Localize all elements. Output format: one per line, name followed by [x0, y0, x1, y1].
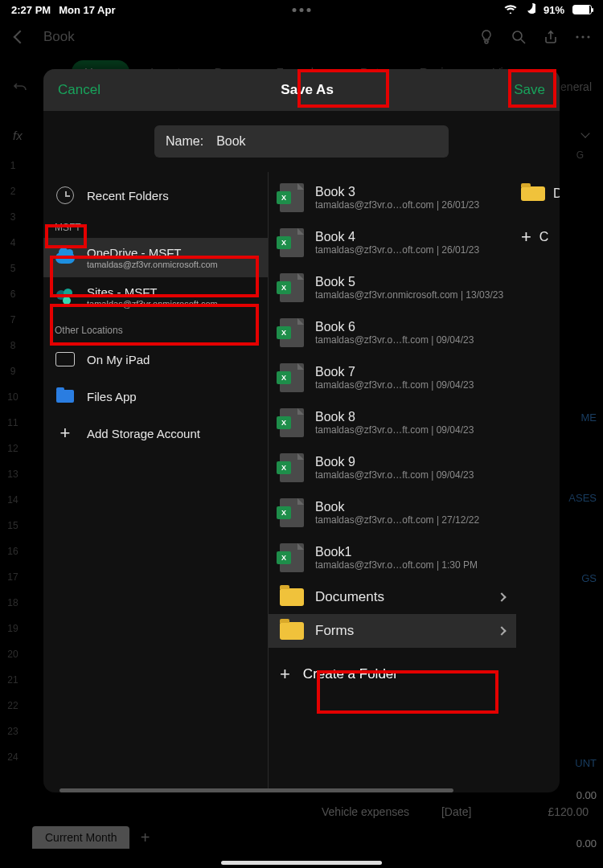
- excel-file-icon: X: [280, 363, 304, 392]
- sites-sub: tamaldas@zf3vr.onmicrosoft.com: [87, 299, 218, 309]
- sidebar-sites[interactable]: Sites - MSFT tamaldas@zf3vr.onmicrosoft.…: [43, 277, 268, 317]
- bg-bottom-row: Vehicle expenses [Date] £120.00: [322, 805, 589, 818]
- other-section-label: Other Locations: [43, 317, 268, 341]
- modal-header: Cancel Save As Save: [43, 69, 560, 111]
- status-date: Mon 17 Apr: [59, 4, 115, 16]
- right-column-peek: D + C: [516, 172, 560, 792]
- excel-file-icon: X: [280, 318, 304, 347]
- file-item[interactable]: XBook 5tamaldas@zf3vr.onmicrosoft.com | …: [269, 265, 516, 310]
- folder-icon: [521, 186, 545, 201]
- rightcol-c: C: [539, 230, 549, 244]
- sheet-tab-bar: Current Month +: [0, 823, 154, 852]
- add-storage-label: Add Storage Account: [87, 427, 200, 440]
- bg-cell-me: ME: [568, 402, 597, 434]
- share-icon[interactable]: [542, 28, 560, 46]
- wifi-icon: [504, 4, 517, 16]
- rightcol-d: D: [553, 186, 560, 201]
- svg-point-0: [513, 31, 522, 40]
- excel-file-icon: X: [280, 228, 304, 257]
- back-button[interactable]: [11, 28, 29, 46]
- battery-percent: 91%: [544, 4, 564, 16]
- file-item[interactable]: XBook 7tamaldas@zf3vr.o…ft.com | 09/04/2…: [269, 355, 516, 400]
- sidebar-onedrive[interactable]: OneDrive - MSFT tamaldas@zf3vr.onmicroso…: [43, 238, 268, 277]
- sidebar-files-app[interactable]: Files App: [43, 378, 268, 415]
- folder-icon: [280, 622, 304, 640]
- file-item[interactable]: XBook 6tamaldas@zf3vr.o…ft.com | 09/04/2…: [269, 310, 516, 355]
- bg-cell-amt2: 0.00: [568, 828, 597, 860]
- excel-file-icon: X: [280, 273, 304, 302]
- file-item[interactable]: XBook 8tamaldas@zf3vr.o…ft.com | 09/04/2…: [269, 400, 516, 445]
- folder-label: Forms: [315, 623, 354, 639]
- bg-cell-gs: GS: [568, 563, 597, 595]
- svg-line-1: [521, 39, 525, 43]
- excel-file-icon: X: [280, 408, 304, 437]
- horizontal-scrollbar[interactable]: [269, 788, 453, 792]
- filename-field[interactable]: Name:: [154, 125, 449, 158]
- bg-cell-ases: ASES: [568, 482, 597, 514]
- recent-label: Recent Folders: [87, 189, 169, 203]
- account-section-label: MSFT: [43, 214, 268, 238]
- sharepoint-icon: [56, 289, 74, 306]
- svg-point-3: [581, 35, 584, 38]
- create-folder-button[interactable]: + Create a Folder: [269, 648, 516, 701]
- file-item[interactable]: XBook 4tamaldas@zf3vr.o…oft.com | 26/01/…: [269, 220, 516, 265]
- home-indicator: [221, 861, 382, 865]
- format-dropdown-chev[interactable]: [582, 125, 589, 140]
- excel-file-icon: X: [280, 543, 304, 572]
- cancel-button[interactable]: Cancel: [58, 82, 100, 98]
- excel-file-icon: X: [280, 498, 304, 527]
- svg-point-4: [587, 35, 589, 38]
- clock-icon: [56, 186, 74, 204]
- plus-icon: +: [521, 228, 531, 246]
- folder-forms[interactable]: Forms: [269, 614, 516, 648]
- folder-icon: [280, 588, 304, 606]
- bg-vehicle: Vehicle expenses: [322, 805, 409, 818]
- file-list[interactable]: XBook 3tamaldas@zf3vr.o…oft.com | 26/01/…: [269, 172, 516, 792]
- file-item[interactable]: XBook1tamaldas@zf3vr.o…oft.com | 1:30 PM: [269, 535, 516, 580]
- lightbulb-icon[interactable]: [478, 28, 495, 46]
- more-icon[interactable]: [574, 28, 592, 46]
- sites-title: Sites - MSFT: [87, 285, 218, 299]
- excel-file-icon: X: [280, 183, 304, 212]
- ipad-icon: [55, 352, 75, 366]
- sidebar-recent-folders[interactable]: Recent Folders: [43, 177, 268, 214]
- sidebar-add-storage[interactable]: + Add Storage Account: [43, 415, 268, 452]
- folder-label: Documents: [315, 589, 384, 605]
- cloud-icon: [55, 252, 75, 264]
- chevron-right-icon: [497, 626, 506, 635]
- plus-icon: +: [60, 424, 71, 442]
- status-time: 2:27 PM: [11, 4, 51, 16]
- multitask-dots[interactable]: [293, 8, 311, 12]
- file-item[interactable]: XBook 3tamaldas@zf3vr.o…oft.com | 26/01/…: [269, 175, 516, 220]
- modal-title: Save As: [281, 82, 334, 98]
- folder-documents[interactable]: Documents: [269, 580, 516, 614]
- files-label: Files App: [87, 390, 137, 403]
- save-as-modal: Cancel Save As Save Name: Recent Folders…: [43, 69, 560, 792]
- svg-point-2: [576, 35, 578, 38]
- excel-file-icon: X: [280, 453, 304, 482]
- save-button[interactable]: Save: [514, 82, 545, 98]
- undo-icon[interactable]: [13, 80, 27, 98]
- sidebar-on-my-ipad[interactable]: On My iPad: [43, 341, 268, 378]
- chevron-left-icon: [14, 31, 27, 44]
- name-label: Name:: [166, 134, 203, 149]
- file-item[interactable]: XBook 9tamaldas@zf3vr.o…ft.com | 09/04/2…: [269, 445, 516, 490]
- chevron-down-icon: [580, 129, 589, 137]
- app-header: Book: [0, 19, 603, 55]
- name-row: Name:: [43, 111, 560, 172]
- bg-cell-unt: UNT: [568, 747, 597, 780]
- plus-icon: +: [280, 665, 290, 683]
- onedrive-sub: tamaldas@zf3vr.onmicrosoft.com: [87, 260, 218, 269]
- moon-icon: [525, 3, 535, 16]
- bg-amount: £120.00: [548, 805, 589, 818]
- chevron-right-icon: [497, 592, 506, 601]
- add-sheet-button[interactable]: +: [136, 829, 154, 846]
- create-folder-label: Create a Folder: [303, 666, 398, 682]
- search-icon[interactable]: [510, 28, 527, 46]
- filename-input[interactable]: [216, 134, 437, 149]
- folder-icon: [56, 390, 74, 403]
- sheet-tab-current[interactable]: Current Month: [32, 826, 129, 849]
- file-item[interactable]: XBooktamaldas@zf3vr.o…oft.com | 27/12/22: [269, 490, 516, 535]
- bg-date: [Date]: [441, 805, 471, 818]
- status-bar: 2:27 PM Mon 17 Apr 91%: [0, 0, 603, 19]
